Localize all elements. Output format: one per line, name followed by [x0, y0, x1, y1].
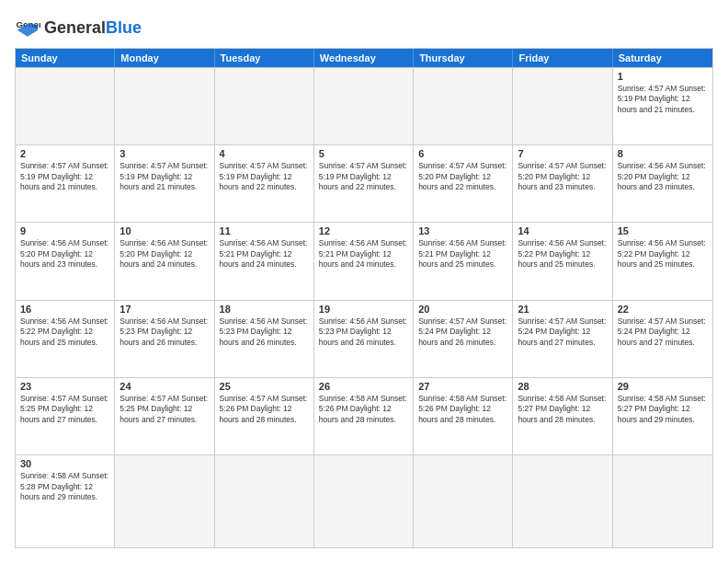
cell-day-number: 16: [20, 304, 109, 315]
cell-day-number: 22: [618, 304, 708, 315]
calendar-cell-0-0: [16, 68, 115, 144]
calendar-cell-5-3: [314, 455, 414, 547]
calendar-cell-1-4: 6Sunrise: 4:57 AM Sunset: 5:20 PM Daylig…: [414, 145, 513, 222]
cell-info: Sunrise: 4:57 AM Sunset: 5:26 PM Dayligh…: [220, 394, 309, 425]
calendar-row-0: 1Sunrise: 4:57 AM Sunset: 5:19 PM Daylig…: [16, 67, 712, 144]
cell-info: Sunrise: 4:56 AM Sunset: 5:21 PM Dayligh…: [220, 238, 309, 270]
calendar-cell-5-6: [613, 455, 712, 547]
cell-day-number: 20: [418, 304, 507, 315]
calendar-cell-4-4: 27Sunrise: 4:58 AM Sunset: 5:26 PM Dayli…: [414, 378, 513, 454]
calendar-cell-2-5: 14Sunrise: 4:56 AM Sunset: 5:22 PM Dayli…: [513, 223, 612, 299]
weekday-header-wednesday: Wednesday: [314, 49, 414, 67]
cell-info: Sunrise: 4:56 AM Sunset: 5:20 PM Dayligh…: [119, 238, 209, 270]
cell-day-number: 2: [20, 148, 109, 159]
cell-day-number: 14: [518, 225, 607, 236]
calendar-cell-1-1: 3Sunrise: 4:57 AM Sunset: 5:19 PM Daylig…: [115, 145, 214, 222]
calendar-cell-4-6: 29Sunrise: 4:58 AM Sunset: 5:27 PM Dayli…: [613, 378, 712, 454]
cell-day-number: 27: [418, 381, 507, 392]
logo-text: GeneralBlue: [44, 19, 142, 36]
cell-day-number: 15: [618, 225, 708, 236]
cell-day-number: 28: [518, 381, 607, 392]
cell-day-number: 13: [418, 225, 507, 236]
calendar-cell-1-6: 8Sunrise: 4:56 AM Sunset: 5:20 PM Daylig…: [613, 145, 712, 222]
calendar-cell-5-5: [513, 455, 612, 547]
cell-day-number: 8: [618, 148, 708, 159]
calendar-cell-3-5: 21Sunrise: 4:57 AM Sunset: 5:24 PM Dayli…: [513, 301, 612, 377]
cell-info: Sunrise: 4:57 AM Sunset: 5:19 PM Dayligh…: [119, 161, 209, 192]
cell-day-number: 29: [618, 381, 708, 392]
calendar-cell-0-2: [215, 68, 314, 144]
calendar-cell-2-1: 10Sunrise: 4:56 AM Sunset: 5:20 PM Dayli…: [115, 223, 214, 299]
cell-info: Sunrise: 4:58 AM Sunset: 5:27 PM Dayligh…: [618, 394, 708, 425]
calendar-cell-4-2: 25Sunrise: 4:57 AM Sunset: 5:26 PM Dayli…: [215, 378, 314, 454]
cell-day-number: 23: [20, 381, 109, 392]
weekday-header-tuesday: Tuesday: [215, 49, 314, 67]
calendar-cell-1-0: 2Sunrise: 4:57 AM Sunset: 5:19 PM Daylig…: [16, 145, 115, 222]
cell-info: Sunrise: 4:57 AM Sunset: 5:20 PM Dayligh…: [418, 161, 507, 192]
calendar-cell-5-0: 30Sunrise: 4:58 AM Sunset: 5:28 PM Dayli…: [16, 455, 115, 547]
calendar-cell-5-1: [115, 455, 214, 547]
logo-icon: General: [15, 15, 40, 40]
cell-info: Sunrise: 4:56 AM Sunset: 5:22 PM Dayligh…: [618, 238, 708, 270]
calendar-cell-4-0: 23Sunrise: 4:57 AM Sunset: 5:25 PM Dayli…: [16, 378, 115, 454]
cell-info: Sunrise: 4:57 AM Sunset: 5:24 PM Dayligh…: [418, 316, 507, 348]
logo: General GeneralBlue: [15, 15, 142, 40]
calendar-row-4: 23Sunrise: 4:57 AM Sunset: 5:25 PM Dayli…: [16, 377, 712, 454]
calendar-cell-4-3: 26Sunrise: 4:58 AM Sunset: 5:26 PM Dayli…: [314, 378, 414, 454]
calendar-cell-0-1: [115, 68, 214, 144]
cell-day-number: 11: [220, 225, 309, 236]
cell-info: Sunrise: 4:56 AM Sunset: 5:23 PM Dayligh…: [119, 316, 209, 348]
cell-info: Sunrise: 4:57 AM Sunset: 5:25 PM Dayligh…: [20, 394, 109, 425]
cell-info: Sunrise: 4:57 AM Sunset: 5:24 PM Dayligh…: [618, 316, 708, 348]
calendar-cell-2-6: 15Sunrise: 4:56 AM Sunset: 5:22 PM Dayli…: [613, 223, 712, 299]
calendar-row-2: 9Sunrise: 4:56 AM Sunset: 5:20 PM Daylig…: [16, 222, 712, 299]
calendar-cell-3-2: 18Sunrise: 4:56 AM Sunset: 5:23 PM Dayli…: [215, 301, 314, 377]
cell-day-number: 9: [20, 225, 109, 236]
calendar-cell-5-4: [414, 455, 513, 547]
calendar-cell-3-0: 16Sunrise: 4:56 AM Sunset: 5:22 PM Dayli…: [16, 301, 115, 377]
header: General GeneralBlue: [15, 15, 713, 40]
cell-day-number: 5: [319, 148, 408, 159]
calendar-cell-2-4: 13Sunrise: 4:56 AM Sunset: 5:21 PM Dayli…: [414, 223, 513, 299]
calendar-cell-1-5: 7Sunrise: 4:57 AM Sunset: 5:20 PM Daylig…: [513, 145, 612, 222]
weekday-header-sunday: Sunday: [16, 49, 115, 67]
calendar-cell-2-3: 12Sunrise: 4:56 AM Sunset: 5:21 PM Dayli…: [314, 223, 414, 299]
cell-day-number: 21: [518, 304, 607, 315]
cell-day-number: 17: [119, 304, 209, 315]
calendar-cell-0-3: [314, 68, 414, 144]
calendar-row-1: 2Sunrise: 4:57 AM Sunset: 5:19 PM Daylig…: [16, 144, 712, 222]
calendar-cell-0-4: [414, 68, 513, 144]
calendar-cell-3-1: 17Sunrise: 4:56 AM Sunset: 5:23 PM Dayli…: [115, 301, 214, 377]
cell-info: Sunrise: 4:56 AM Sunset: 5:20 PM Dayligh…: [20, 238, 109, 270]
cell-info: Sunrise: 4:57 AM Sunset: 5:19 PM Dayligh…: [20, 161, 109, 192]
cell-day-number: 24: [119, 381, 209, 392]
calendar-header: SundayMondayTuesdayWednesdayThursdayFrid…: [16, 49, 712, 67]
cell-day-number: 25: [220, 381, 309, 392]
cell-info: Sunrise: 4:58 AM Sunset: 5:26 PM Dayligh…: [319, 394, 408, 425]
cell-day-number: 1: [618, 71, 708, 82]
cell-info: Sunrise: 4:57 AM Sunset: 5:19 PM Dayligh…: [319, 161, 408, 192]
cell-day-number: 18: [220, 304, 309, 315]
page: General GeneralBlue SundayMondayTuesdayW…: [0, 0, 728, 563]
calendar-cell-0-5: [513, 68, 612, 144]
cell-info: Sunrise: 4:56 AM Sunset: 5:21 PM Dayligh…: [418, 238, 507, 270]
cell-info: Sunrise: 4:56 AM Sunset: 5:22 PM Dayligh…: [20, 316, 109, 348]
cell-info: Sunrise: 4:56 AM Sunset: 5:23 PM Dayligh…: [319, 316, 408, 348]
cell-day-number: 6: [418, 148, 507, 159]
calendar-cell-4-5: 28Sunrise: 4:58 AM Sunset: 5:27 PM Dayli…: [513, 378, 612, 454]
cell-info: Sunrise: 4:57 AM Sunset: 5:25 PM Dayligh…: [119, 394, 209, 425]
calendar-body: 1Sunrise: 4:57 AM Sunset: 5:19 PM Daylig…: [16, 67, 712, 547]
cell-day-number: 10: [119, 225, 209, 236]
cell-info: Sunrise: 4:58 AM Sunset: 5:27 PM Dayligh…: [518, 394, 607, 425]
cell-day-number: 7: [518, 148, 607, 159]
cell-day-number: 4: [220, 148, 309, 159]
calendar-cell-0-6: 1Sunrise: 4:57 AM Sunset: 5:19 PM Daylig…: [613, 68, 712, 144]
calendar-cell-5-2: [215, 455, 314, 547]
cell-info: Sunrise: 4:57 AM Sunset: 5:19 PM Dayligh…: [618, 84, 708, 115]
cell-info: Sunrise: 4:58 AM Sunset: 5:26 PM Dayligh…: [418, 394, 507, 425]
calendar-row-5: 30Sunrise: 4:58 AM Sunset: 5:28 PM Dayli…: [16, 454, 712, 547]
cell-info: Sunrise: 4:56 AM Sunset: 5:20 PM Dayligh…: [618, 161, 708, 192]
calendar-cell-4-1: 24Sunrise: 4:57 AM Sunset: 5:25 PM Dayli…: [115, 378, 214, 454]
calendar: SundayMondayTuesdayWednesdayThursdayFrid…: [15, 48, 713, 548]
cell-info: Sunrise: 4:57 AM Sunset: 5:24 PM Dayligh…: [518, 316, 607, 348]
